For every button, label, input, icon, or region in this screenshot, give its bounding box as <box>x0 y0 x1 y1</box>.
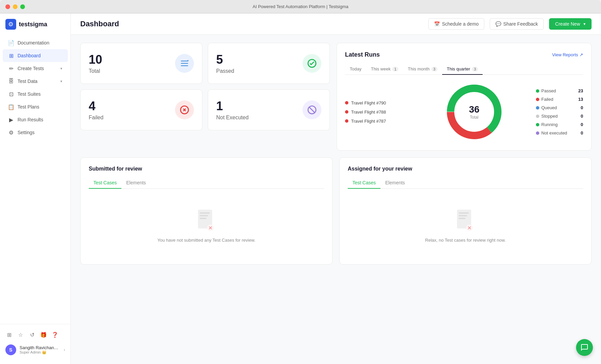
legend-item-passed: Passed 23 <box>536 88 583 93</box>
stat-info-failed: 4 Failed <box>89 99 104 121</box>
traffic-lights <box>5 4 25 9</box>
sidebar-footer: ⊞ ☆ ↺ 🎁 ❓ S Sangith Ravichandr... Super … <box>0 324 70 359</box>
failed-legend-value: 13 <box>578 97 583 102</box>
sidebar-item-test-data-label: Test Data <box>18 79 37 84</box>
sidebar-item-dashboard[interactable]: ⊞ Dashboard <box>3 49 68 62</box>
stat-label-failed: Failed <box>89 115 104 121</box>
stat-label-total: Total <box>89 68 102 74</box>
svg-rect-15 <box>200 215 208 216</box>
share-feedback-label: Share Feedback <box>503 21 538 27</box>
user-role: Super Admin 👑 <box>20 350 60 355</box>
schedule-demo-label: Schedule a demo <box>442 21 479 27</box>
run-item[interactable]: Travel Flight #790 <box>345 100 412 105</box>
test-data-icon: 🗄 <box>8 78 14 84</box>
sidebar: ⚙ testsigma 📄 Documentation ⊞ Dashboard … <box>0 13 71 364</box>
assigned-empty-message: Relax, no Test cases for review right no… <box>425 238 506 243</box>
refresh-icon[interactable]: ↺ <box>28 331 36 338</box>
stat-icon-passed <box>303 54 321 73</box>
tab-today[interactable]: Today <box>345 64 366 75</box>
view-reports-label: View Reports <box>552 52 578 57</box>
external-link-icon: ↗ <box>579 52 583 57</box>
empty-doc-icon <box>196 209 217 234</box>
running-legend-value: 0 <box>581 122 583 127</box>
submitted-empty-message: You have not submitted any Test Cases fo… <box>158 238 256 243</box>
sidebar-item-test-plans[interactable]: 📋 Test Plans <box>3 100 68 113</box>
failed-legend-label: Failed <box>541 97 553 102</box>
sidebar-item-run-results[interactable]: ▶ Run Results <box>3 113 68 126</box>
svg-rect-14 <box>200 212 210 214</box>
svg-rect-21 <box>459 212 469 214</box>
tab-this-week[interactable]: This week 1 <box>366 64 403 75</box>
submitted-review-card: Submitted for review Test Cases Elements <box>80 157 333 265</box>
schedule-demo-button[interactable]: 📅 Schedule a demo <box>428 18 484 30</box>
test-suites-icon: ⊡ <box>8 91 14 97</box>
sidebar-item-create-tests-label: Create Tests <box>18 66 44 71</box>
tab-this-quarter[interactable]: This quarter 3 <box>442 64 483 75</box>
passed-legend-value: 23 <box>578 88 583 93</box>
close-button[interactable] <box>5 4 10 9</box>
stat-info-not-executed: 1 Not Executed <box>216 99 249 121</box>
stat-number-not-executed: 1 <box>216 99 249 113</box>
run-item[interactable]: Travel Flight #788 <box>345 110 412 115</box>
donut-chart: 36 Total <box>421 82 528 142</box>
minimize-button[interactable] <box>13 4 18 9</box>
maximize-button[interactable] <box>20 4 25 9</box>
stat-icon-total <box>175 54 194 73</box>
tab-this-month[interactable]: This month 3 <box>403 64 442 75</box>
run-item[interactable]: Travel Flight #787 <box>345 119 412 124</box>
failed-dot-icon <box>536 98 539 101</box>
assigned-test-cases-tab[interactable]: Test Cases <box>348 177 380 189</box>
submitted-elements-tab[interactable]: Elements <box>121 177 150 189</box>
sidebar-item-dashboard-label: Dashboard <box>18 53 41 58</box>
run-dot-icon <box>345 119 348 123</box>
grid-icon[interactable]: ⊞ <box>5 331 13 338</box>
sidebar-item-documentation[interactable]: 📄 Documentation <box>3 36 68 49</box>
feedback-icon: 💬 <box>495 21 501 27</box>
create-new-label: Create New <box>555 21 580 27</box>
dashboard-body: 10 Total <box>71 35 601 273</box>
running-legend-label: Running <box>541 122 557 127</box>
legend-item-queued: Queued 0 <box>536 105 583 110</box>
assigned-empty-doc-icon <box>455 209 476 234</box>
passed-dot-icon <box>536 89 539 93</box>
sidebar-item-test-data[interactable]: 🗄 Test Data ▾ <box>3 75 68 88</box>
runs-list: Travel Flight #790 Travel Flight #788 Tr… <box>345 100 412 124</box>
submitted-test-cases-tab[interactable]: Test Cases <box>89 177 121 189</box>
run-dot-icon <box>345 101 348 104</box>
svg-rect-23 <box>459 218 465 219</box>
stats-row-bottom: 4 Failed <box>80 89 330 130</box>
share-feedback-button[interactable]: 💬 Share Feedback <box>490 18 544 30</box>
stat-number-failed: 4 <box>89 99 104 113</box>
assigned-review-title: Assigned for your review <box>348 166 583 172</box>
chat-fab-button[interactable] <box>576 339 593 356</box>
stat-card-not-executed: 1 Not Executed <box>208 89 330 130</box>
top-section: 10 Total <box>80 43 592 151</box>
create-tests-chevron-icon: ▾ <box>60 66 62 71</box>
queued-legend-value: 0 <box>581 105 583 110</box>
stat-number-total: 10 <box>89 53 102 67</box>
view-reports-link[interactable]: View Reports ↗ <box>552 52 583 57</box>
bookmark-icon[interactable]: ☆ <box>17 331 24 338</box>
create-tests-icon: ✏ <box>8 65 14 71</box>
stopped-dot-icon <box>536 115 539 118</box>
sidebar-item-settings[interactable]: ⚙ Settings <box>3 126 68 139</box>
sidebar-item-test-suites[interactable]: ⊡ Test Suites <box>3 88 68 100</box>
stat-card-passed: 5 Passed <box>208 43 330 84</box>
avatar: S <box>5 344 16 355</box>
sidebar-tools: ⊞ ☆ ↺ 🎁 ❓ <box>0 328 70 341</box>
run-dot-icon <box>345 110 348 114</box>
create-new-button[interactable]: Create New ▾ <box>549 18 592 30</box>
gift-icon[interactable]: 🎁 <box>40 331 47 338</box>
not-executed-legend-label: Not executed <box>541 130 567 135</box>
help-icon[interactable]: ❓ <box>51 331 59 338</box>
run-label: Travel Flight #787 <box>351 119 386 124</box>
legend-item-stopped: Stopped 0 <box>536 114 583 119</box>
sidebar-item-create-tests[interactable]: ✏ Create Tests ▾ <box>3 62 68 75</box>
not-executed-dot-icon <box>536 131 539 135</box>
main-content: Dashboard 📅 Schedule a demo 💬 Share Feed… <box>71 13 601 364</box>
donut-total-number: 36 <box>469 104 479 115</box>
assigned-empty-state: Relax, no Test cases for review right no… <box>348 195 583 256</box>
assigned-elements-tab[interactable]: Elements <box>380 177 409 189</box>
user-area[interactable]: S Sangith Ravichandr... Super Admin 👑 › <box>0 341 70 359</box>
stats-column: 10 Total <box>80 43 330 151</box>
